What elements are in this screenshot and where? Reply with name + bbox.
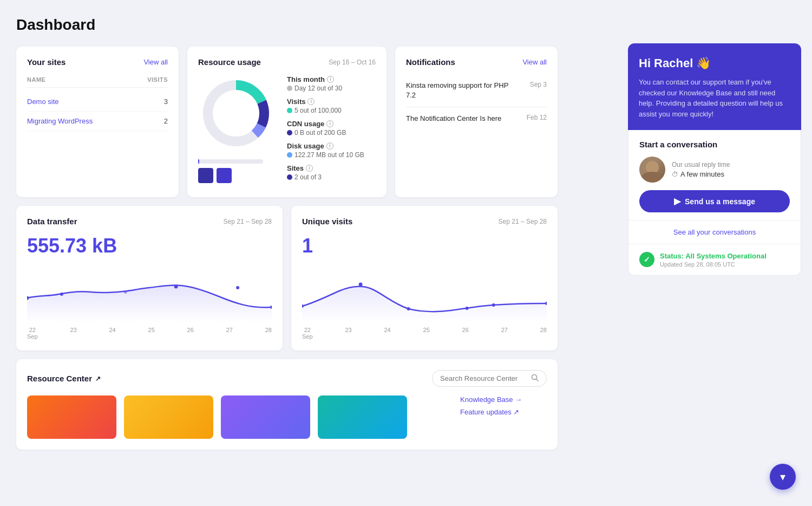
chat-avatar-row: Our usual reply time ⏱ A few minutes — [639, 157, 790, 183]
resource-center-header: Resource Center ↗ — [27, 370, 547, 387]
search-icon — [531, 374, 539, 383]
progress-bar-fill — [198, 159, 199, 164]
clock-icon: ⏱ — [672, 171, 678, 178]
svg-point-11 — [359, 283, 363, 287]
data-transfer-chart — [27, 268, 272, 322]
notifications-view-all[interactable]: View all — [522, 58, 547, 66]
data-transfer-date: Sep 21 – Sep 28 — [224, 218, 272, 225]
resource-card-title: Resource usage — [198, 57, 261, 67]
legend-sq-2 — [217, 168, 232, 183]
reply-info: Our usual reply time ⏱ A few minutes — [672, 161, 730, 178]
stat-label-month: This month — [287, 75, 325, 83]
chat-body: Start a conversation Our usual reply tim… — [628, 130, 801, 276]
resource-thumb-2 — [124, 395, 213, 439]
donut-chart — [198, 75, 274, 151]
site-name-demo[interactable]: Demo site — [27, 98, 59, 106]
stat-visits: Visits i 5 out of 100,000 — [287, 98, 376, 114]
status-text: Status: All Systems Operational Updated … — [660, 252, 790, 268]
progress-bar-bg — [198, 159, 263, 164]
knowledge-base-link[interactable]: Knowledge Base → — [460, 395, 547, 404]
unique-visits-labels: 22Sep 23 24 25 26 27 28 — [302, 327, 547, 340]
progress-bar-area — [198, 159, 274, 183]
resource-thumb-1 — [27, 395, 116, 439]
page-title: Dashboard — [16, 16, 558, 34]
unique-visits-svg — [302, 268, 547, 322]
info-icon-cdn[interactable]: i — [326, 120, 333, 127]
site-visits-demo: 3 — [164, 98, 168, 106]
resource-thumb-4 — [318, 395, 407, 439]
notification-item: Kinsta removing support for PHP 7.2 Sep … — [406, 74, 547, 107]
site-row: Demo site 3 — [27, 92, 168, 112]
resource-links: Knowledge Base → Feature updates ↗ — [460, 395, 547, 416]
notif-text-1: Kinsta removing support for PHP 7.2 — [406, 81, 514, 100]
stat-value-cdn: 0 B out of 200 GB — [294, 129, 346, 137]
resource-content: This month i Day 12 out of 30 Visits i — [198, 75, 376, 186]
stat-value-month: Day 12 out of 30 — [294, 85, 342, 92]
resource-search-box[interactable] — [432, 370, 547, 387]
unique-visits-title: Unique visits — [302, 217, 352, 226]
stat-value-sites: 2 out of 3 — [294, 173, 322, 181]
col-visits: VISITS — [147, 76, 168, 83]
resource-date-range: Sep 16 – Oct 16 — [329, 59, 376, 66]
status-updated: Updated Sep 28, 08:05 UTC — [660, 261, 790, 268]
notifications-card-title: Notifications — [406, 57, 455, 67]
stat-sites: Sites i 2 out of 3 — [287, 164, 376, 181]
svg-point-6 — [124, 290, 127, 294]
notif-date-1: Sep 3 — [530, 81, 547, 88]
status-icon: ✓ — [639, 252, 654, 267]
chat-start-title: Start a conversation — [639, 140, 790, 149]
data-transfer-title: Data transfer — [27, 217, 77, 226]
resource-search-input[interactable] — [440, 374, 527, 382]
info-icon-visits[interactable]: i — [307, 98, 315, 105]
resource-center-title: Resource Center ↗ — [27, 374, 101, 383]
check-icon: ✓ — [644, 255, 650, 264]
dot-cdn — [287, 130, 292, 135]
status-operational: Status: All Systems Operational — [660, 252, 790, 260]
unique-visits-card: Unique visits Sep 21 – Sep 28 1 — [291, 206, 558, 351]
unique-visits-chart — [302, 268, 547, 322]
svg-point-7 — [174, 285, 178, 289]
stat-this-month: This month i Day 12 out of 30 — [287, 75, 376, 92]
svg-point-14 — [492, 303, 495, 307]
legend-squares — [198, 168, 274, 183]
info-icon-month[interactable]: i — [327, 76, 334, 83]
resource-thumbnails — [27, 395, 407, 439]
svg-point-13 — [466, 307, 469, 310]
resource-center-card: Resource Center ↗ Kno — [16, 359, 558, 450]
stat-disk: Disk usage i 122.27 MB out of 10 GB — [287, 142, 376, 159]
stat-label-visits: Visits — [287, 98, 305, 106]
unique-visits-value: 1 — [302, 235, 547, 257]
wave-emoji: 👋 — [696, 56, 711, 70]
float-expand-button[interactable]: ▾ — [770, 464, 796, 490]
svg-point-12 — [407, 307, 410, 310]
info-icon-disk[interactable]: i — [326, 142, 333, 150]
dot-disk — [287, 152, 292, 158]
send-message-button[interactable]: ▶ Send us a message — [639, 190, 790, 212]
data-transfer-header: Data transfer Sep 21 – Sep 28 — [27, 217, 272, 226]
chat-start-section: Start a conversation Our usual reply tim… — [628, 130, 801, 220]
external-link-icon: ↗ — [95, 375, 101, 382]
chat-header: Hi Rachel 👋 You can contact our support … — [628, 43, 801, 130]
see-conversations-link[interactable]: See all your conversations — [628, 220, 801, 244]
donut-svg — [198, 75, 274, 151]
notification-item: The Notification Center Is here Feb 12 — [406, 107, 547, 130]
svg-point-8 — [236, 286, 239, 289]
dot-sites — [287, 174, 292, 180]
data-transfer-svg — [27, 268, 272, 322]
site-name-migrating[interactable]: Migrating WordPress — [27, 117, 93, 125]
resource-stats: This month i Day 12 out of 30 Visits i — [287, 75, 376, 186]
stat-cdn: CDN usage i 0 B out of 200 GB — [287, 120, 376, 137]
unique-visits-header: Unique visits Sep 21 – Sep 28 — [302, 217, 547, 226]
notif-text-2: The Notification Center Is here — [406, 114, 501, 124]
site-row: Migrating WordPress 2 — [27, 112, 168, 131]
avatar-image — [639, 157, 665, 183]
reply-time: ⏱ A few minutes — [672, 170, 730, 178]
site-visits-migrating: 2 — [164, 117, 168, 125]
info-icon-sites[interactable]: i — [306, 165, 313, 172]
sites-view-all[interactable]: View all — [143, 58, 168, 66]
feature-updates-link[interactable]: Feature updates ↗ — [460, 408, 547, 416]
dot-visits — [287, 108, 292, 113]
reply-label: Our usual reply time — [672, 161, 730, 168]
notifications-card: Notifications View all Kinsta removing s… — [395, 47, 558, 197]
resource-usage-card: Resource usage Sep 16 – Oct 16 — [187, 47, 387, 197]
